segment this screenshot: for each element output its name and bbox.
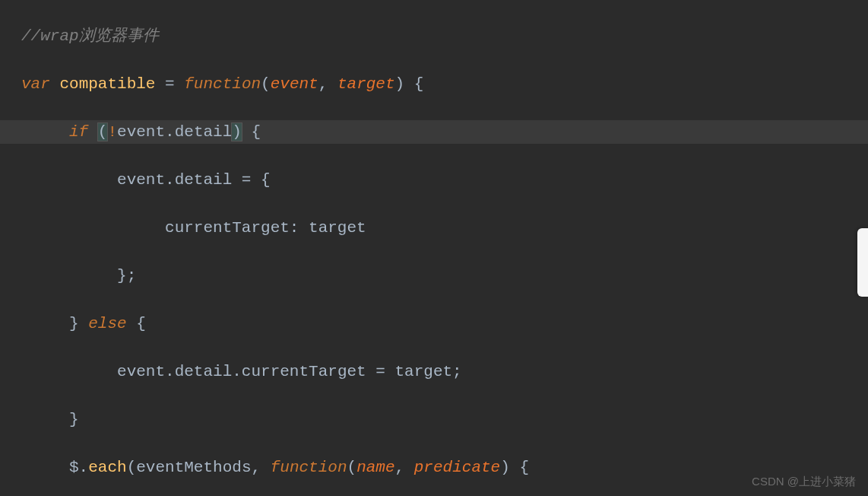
side-panel-tab[interactable] xyxy=(857,228,868,297)
code-line: } else { xyxy=(21,312,868,336)
code-line: event.detail = { xyxy=(21,168,868,192)
comment: //wrap浏览器事件 xyxy=(21,27,159,45)
code-line: } xyxy=(21,408,868,432)
watermark: CSDN @上进小菜猪 xyxy=(752,473,856,491)
code-line: event.detail.currentTarget = target; xyxy=(21,360,868,384)
code-line: //wrap浏览器事件 xyxy=(21,24,868,49)
code-editor[interactable]: //wrap浏览器事件 var compatible = function(ev… xyxy=(0,0,868,496)
code-line: $.each(eventMethods, function(name, pred… xyxy=(21,456,868,480)
code-line: }; xyxy=(21,264,868,288)
code-line-active: if (!event.detail) { xyxy=(0,120,868,145)
code-line: var compatible = function(event, target)… xyxy=(21,72,868,97)
code-line: currentTarget: target xyxy=(21,216,868,240)
